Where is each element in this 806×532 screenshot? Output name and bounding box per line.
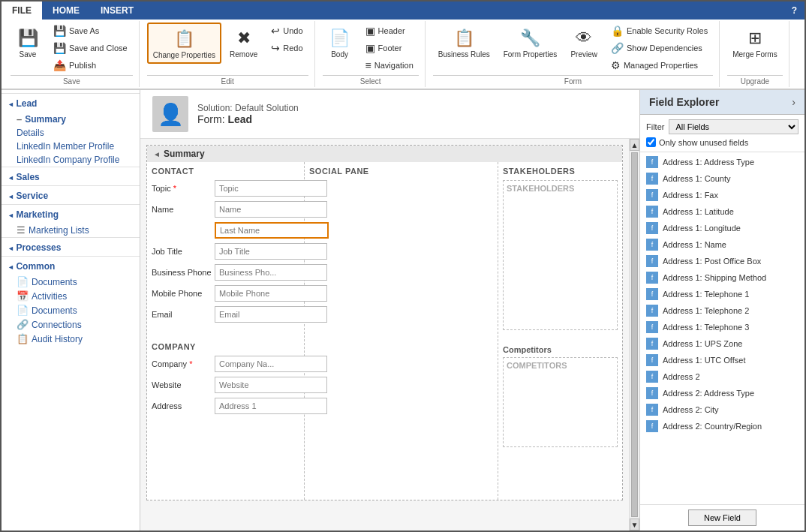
field-item[interactable]: fAddress 1: Longitude [640,220,804,236]
new-field-button[interactable]: New Field [688,509,756,526]
navigation-icon: ≡ [365,59,371,71]
form-group-label: Form [433,75,713,86]
navigation-button[interactable]: ≡ Navigation [360,57,419,74]
save-button[interactable]: 💾 Save [11,23,45,62]
field-item[interactable]: fAddress 1: UTC Offset [640,352,804,368]
sidebar-section-marketing-header[interactable]: Marketing [2,204,140,223]
dependencies-icon: 🔗 [611,42,624,54]
ribbon: FILE HOME INSERT ? 💾 Save 💾 Save As [2,2,804,90]
field-item[interactable]: fAddress 1: Post Office Box [640,253,804,269]
form-header-info: Solution: Default Solution Form: Lead [197,103,299,125]
sidebar-section-common-header[interactable]: Common [2,256,140,275]
sidebar-item-activities[interactable]: 📅 Activities [2,289,140,303]
only-unused-checkbox[interactable] [646,137,656,147]
field-explorer: Field Explorer › Filter All Fields Only … [639,90,804,530]
stakeholders-header: STAKEHOLDERS [503,167,618,176]
preview-button[interactable]: 👁 Preview [565,23,603,62]
remove-button[interactable]: ✖ Remove [224,23,263,62]
company-required: * [189,359,192,368]
merge-forms-button[interactable]: ⊞ Merge Forms [727,23,782,62]
form-columns: CONTACT Topic * Name [147,162,622,500]
field-item[interactable]: fAddress 1: Telephone 3 [640,319,804,335]
field-list: fAddress 1: Address TypefAddress 1: Coun… [640,152,804,504]
social-pane-area [309,180,493,495]
field-item[interactable]: fAddress 2 [640,368,804,385]
filter-label: Filter [646,122,664,131]
field-item[interactable]: fAddress 1: Fax [640,187,804,203]
field-last-name [152,222,299,239]
merge-forms-icon: ⊞ [743,26,767,50]
contact-header: CONTACT [152,167,299,176]
select-small-group: ▣ Header ▣ Footer ≡ Navigation [360,23,419,74]
field-item-icon: f [646,173,658,185]
save-as-button[interactable]: 💾 Save As [48,23,133,39]
sidebar-section-processes-header[interactable]: Processes [2,237,140,256]
field-item-icon: f [646,371,658,383]
sidebar-section-lead-header[interactable]: Lead [2,93,140,112]
redo-button[interactable]: ↪ Redo [266,40,308,56]
business-rules-button[interactable]: 📋 Business Rules [433,23,495,62]
scroll-thumb[interactable] [631,152,638,517]
sidebar-item-documents2[interactable]: 📄 Documents [2,303,140,317]
preview-icon: 👁 [572,26,596,50]
save-as-icon: 💾 [53,25,66,37]
sidebar-item-connections[interactable]: 🔗 Connections [2,317,140,332]
field-item[interactable]: fAddress 1: UPS Zone [640,335,804,352]
field-explorer-header: Field Explorer › [640,90,804,115]
tab-home[interactable]: HOME [42,2,90,20]
only-unused-label: Only show unused fields [659,138,748,147]
sidebar-section-service: Service [2,185,140,204]
enable-security-button[interactable]: 🔒 Enable Security Roles [606,23,713,39]
sidebar-item-audit-history[interactable]: 📋 Audit History [2,332,140,346]
managed-icon: ⚙ [611,59,621,71]
field-item-icon: f [646,255,658,267]
tab-insert[interactable]: INSERT [90,2,144,20]
undo-button[interactable]: ↩ Undo [266,23,308,39]
field-item[interactable]: fAddress 2: Country/Region [640,418,804,434]
header-button[interactable]: ▣ Header [360,23,419,39]
managed-properties-button[interactable]: ⚙ Managed Properties [606,57,713,74]
footer-button[interactable]: ▣ Footer [360,40,419,56]
sidebar-section-sales-header[interactable]: Sales [2,167,140,185]
scroll-down-arrow[interactable]: ▼ [630,518,639,530]
body-button[interactable]: 📄 Body [323,23,357,62]
vertical-scrollbar: ▲ ▼ [629,139,639,530]
change-properties-icon: 📋 [172,27,196,51]
show-dependencies-button[interactable]: 🔗 Show Dependencies [606,40,713,56]
select-group-label: Select [323,75,419,86]
scroll-up-arrow[interactable]: ▲ [630,139,639,151]
filter-select[interactable]: All Fields [669,119,798,134]
field-business-phone: Business Phone [152,264,299,281]
contact-column: CONTACT Topic * Name [147,162,305,500]
form-properties-button[interactable]: 🔧 Form Properties [498,23,563,62]
field-item[interactable]: fAddress 1: Name [640,236,804,253]
undo-icon: ↩ [271,25,280,37]
tab-file[interactable]: FILE [2,2,42,20]
field-item-icon: f [646,189,658,201]
sidebar-section-service-header[interactable]: Service [2,185,140,204]
field-explorer-expand-icon[interactable]: › [792,96,795,108]
sidebar-item-linkedin-company[interactable]: LinkedIn Company Profile [2,153,140,167]
publish-button[interactable]: 📤 Publish [48,57,133,74]
field-item[interactable]: fAddress 2: City [640,401,804,418]
edit-group-label: Edit [147,75,308,86]
field-item[interactable]: fAddress 1: County [640,170,804,187]
save-close-icon: 💾 [53,42,66,54]
sidebar-item-details[interactable]: Details [2,126,140,140]
sidebar-item-documents[interactable]: 📄 Documents [2,275,140,289]
sidebar-item-marketing-lists[interactable]: ☰ Marketing Lists [2,223,140,237]
form-header: 👤 Solution: Default Solution Form: Lead [140,90,639,139]
help-icon[interactable]: ? [784,2,804,20]
field-item[interactable]: fAddress 1: Telephone 1 [640,286,804,302]
change-properties-button[interactable]: 📋 Change Properties [147,23,221,64]
field-item[interactable]: fAddress 1: Latitude [640,203,804,220]
field-item[interactable]: fAddress 1: Shipping Method [640,269,804,286]
field-item[interactable]: fAddress 1: Address Type [640,154,804,170]
form-name-text: Form: Lead [197,113,299,125]
field-item[interactable]: fAddress 1: Telephone 2 [640,302,804,319]
field-item[interactable]: fAddress 2: Address Type [640,385,804,401]
sidebar-item-linkedin-member[interactable]: LinkedIn Member Profile [2,140,140,153]
sidebar-item-summary[interactable]: – Summary [2,112,140,126]
save-close-button[interactable]: 💾 Save and Close [48,40,133,56]
competitors-subgrid: Competitors [503,357,618,447]
